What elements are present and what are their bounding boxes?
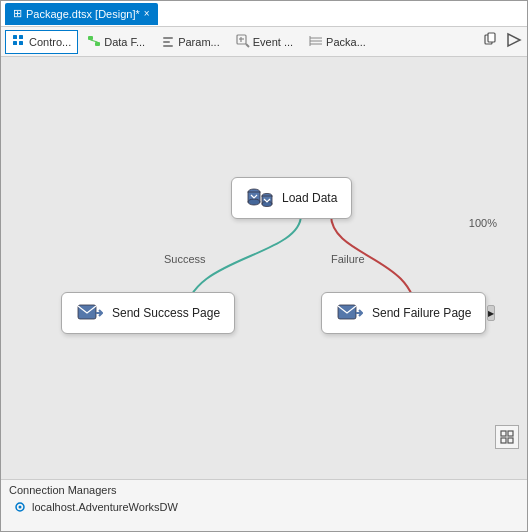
tab-parameters-label: Param... (178, 36, 220, 48)
svg-rect-1 (13, 41, 17, 45)
svg-rect-31 (501, 431, 506, 436)
connector-svg (1, 57, 527, 479)
package-icon (309, 34, 323, 50)
connection-label: localhost.AdventureWorksDW (32, 501, 178, 513)
design-canvas[interactable]: Success Failure L (1, 57, 527, 479)
svg-rect-19 (488, 33, 495, 42)
send-failure-node[interactable]: Send Failure Page ▶ (321, 292, 486, 334)
event-icon (236, 34, 250, 50)
svg-line-6 (91, 40, 98, 42)
tab-package-explorer[interactable]: Packa... (302, 30, 373, 54)
connection-icon (13, 500, 27, 514)
load-data-icon (246, 186, 274, 210)
svg-rect-33 (501, 438, 506, 443)
svg-rect-3 (19, 41, 23, 45)
tab-control-flow-label: Contro... (29, 36, 71, 48)
fit-button[interactable] (495, 425, 519, 449)
svg-line-13 (246, 44, 249, 47)
toolbar-icon-1[interactable] (483, 31, 501, 52)
svg-point-23 (248, 199, 260, 205)
send-success-node[interactable]: Send Success Page (61, 292, 235, 334)
svg-rect-5 (95, 42, 100, 46)
parameters-icon (161, 34, 175, 50)
close-button[interactable]: × (144, 8, 150, 19)
svg-rect-32 (508, 431, 513, 436)
send-failure-icon (336, 301, 364, 325)
tab-package-explorer-label: Packa... (326, 36, 366, 48)
success-label: Success (164, 253, 206, 265)
svg-rect-27 (78, 305, 96, 319)
svg-rect-9 (163, 45, 173, 47)
svg-marker-20 (508, 34, 520, 46)
svg-rect-7 (163, 37, 173, 39)
tab-event-handlers[interactable]: Event ... (229, 30, 300, 54)
load-data-label: Load Data (282, 191, 337, 205)
package-icon-small: ⊞ (13, 7, 22, 20)
zoom-indicator: 100% (469, 217, 497, 229)
window-title: Package.dtsx [Design]* (26, 8, 140, 20)
connection-managers-title: Connection Managers (1, 480, 527, 498)
svg-rect-34 (508, 438, 513, 443)
send-success-icon (76, 301, 104, 325)
title-tab[interactable]: ⊞ Package.dtsx [Design]* × (5, 3, 158, 25)
title-bar: ⊞ Package.dtsx [Design]* × (1, 1, 527, 27)
toolbar-icon-2[interactable] (505, 31, 523, 52)
svg-rect-2 (19, 35, 23, 39)
tab-parameters[interactable]: Param... (154, 30, 227, 54)
svg-rect-4 (88, 36, 93, 40)
toolbar-right (483, 31, 523, 52)
connection-managers-panel: Connection Managers localhost.AdventureW… (1, 479, 527, 531)
data-flow-icon (87, 34, 101, 50)
main-window: ⊞ Package.dtsx [Design]* × Contro... (0, 0, 528, 532)
tab-control-flow[interactable]: Contro... (5, 30, 78, 54)
control-flow-icon (12, 34, 26, 50)
load-data-node[interactable]: Load Data (231, 177, 352, 219)
svg-point-36 (19, 506, 22, 509)
send-success-label: Send Success Page (112, 306, 220, 320)
tab-data-flow[interactable]: Data F... (80, 30, 152, 54)
svg-rect-0 (13, 35, 17, 39)
svg-rect-29 (338, 305, 356, 319)
tab-event-handlers-label: Event ... (253, 36, 293, 48)
failure-label: Failure (331, 253, 365, 265)
svg-rect-8 (163, 41, 170, 43)
connection-item[interactable]: localhost.AdventureWorksDW (1, 498, 527, 516)
tab-data-flow-label: Data F... (104, 36, 145, 48)
send-failure-label: Send Failure Page (372, 306, 471, 320)
toolbar: Contro... Data F... Param... (1, 27, 527, 57)
expand-handle[interactable]: ▶ (487, 305, 495, 321)
